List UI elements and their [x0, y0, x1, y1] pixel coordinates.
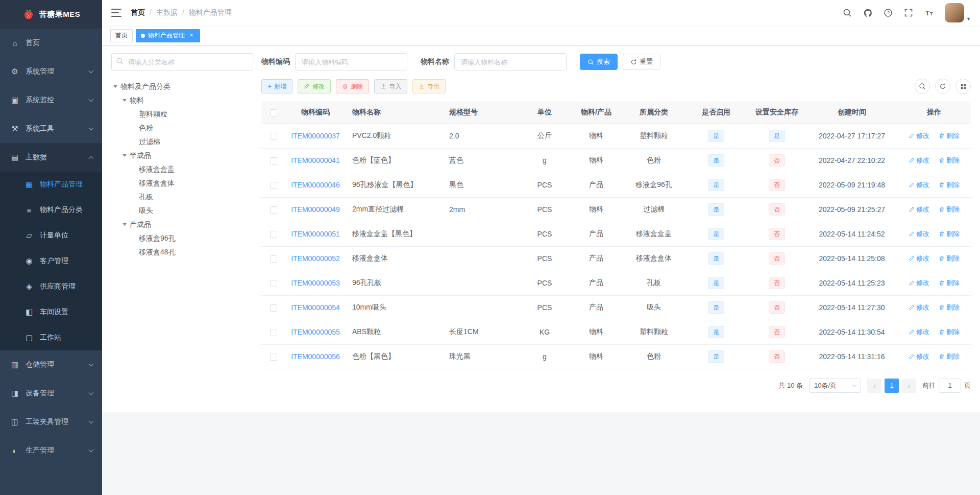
row-edit-button[interactable]: 修改 [909, 180, 929, 190]
sidebar-item[interactable]: ⚒ 系统工具 [0, 114, 102, 143]
row-delete-button[interactable]: 删除 [939, 131, 960, 140]
row-delete-button[interactable]: 删除 [939, 352, 960, 361]
row-delete-button[interactable]: 删除 [939, 156, 960, 165]
tree-node[interactable]: 色粉 [111, 121, 253, 135]
edit-button[interactable]: 修改 [298, 79, 331, 93]
row-edit-button[interactable]: 修改 [909, 205, 929, 214]
delete-button[interactable]: 删除 [336, 79, 369, 93]
prev-page-button[interactable] [867, 379, 881, 393]
tree-node[interactable]: 移液盒48孔 [111, 245, 253, 259]
item-code-link[interactable]: ITEM00000037 [291, 132, 340, 140]
tree-node[interactable]: 塑料颗粒 [111, 107, 253, 121]
sidebar-item[interactable]: ▣ 系统监控 [0, 86, 102, 114]
page-number-button[interactable]: 1 [885, 379, 899, 393]
row-delete-button[interactable]: 删除 [939, 303, 960, 312]
reset-button[interactable]: 重置 [623, 54, 660, 70]
row-checkbox[interactable] [270, 280, 277, 287]
breadcrumb-item[interactable]: 首页 [131, 8, 156, 17]
sidebar-item[interactable]: ◐ 生产管理 [0, 436, 102, 465]
tree-node[interactable]: 半成品 [111, 149, 253, 162]
item-code-link[interactable]: ITEM00000051 [291, 230, 340, 238]
tree-node[interactable]: 孔板 [111, 190, 253, 204]
add-button[interactable]: 新增 [261, 79, 292, 93]
material-name-input[interactable] [454, 53, 567, 70]
import-button[interactable]: 导入 [374, 79, 407, 93]
sidebar-item[interactable]: ▱ 计量单位 [0, 223, 102, 248]
row-edit-button[interactable]: 修改 [909, 278, 929, 288]
tree-node[interactable]: 过滤棉 [111, 135, 253, 149]
next-page-button[interactable] [902, 379, 916, 393]
sidebar-item[interactable]: ≡ 物料产品分类 [0, 197, 102, 223]
github-link-button[interactable] [861, 6, 874, 19]
material-code-input[interactable] [295, 53, 407, 70]
row-delete-button[interactable]: 删除 [939, 180, 960, 190]
breadcrumb-item[interactable]: 主数据 [156, 8, 189, 17]
export-button[interactable]: 导出 [412, 79, 446, 93]
row-delete-button[interactable]: 删除 [939, 254, 960, 263]
navbar-search-button[interactable] [841, 6, 854, 19]
search-button[interactable]: 搜索 [580, 54, 618, 70]
sidebar-item[interactable]: ◧ 车间设置 [0, 299, 102, 325]
row-delete-button[interactable]: 删除 [939, 205, 960, 214]
sidebar-item[interactable]: ⌂ 首页 [0, 29, 102, 57]
avatar[interactable] [945, 3, 964, 22]
font-size-button[interactable]: TT [922, 6, 936, 19]
toggle-search-button[interactable] [915, 79, 930, 94]
row-checkbox[interactable] [270, 329, 277, 336]
row-edit-button[interactable]: 修改 [909, 254, 929, 263]
goto-page-input[interactable] [939, 379, 961, 393]
item-code-link[interactable]: ITEM00000056 [291, 352, 340, 361]
view-tab[interactable]: 首页 [110, 29, 133, 42]
item-code-link[interactable]: ITEM00000055 [291, 328, 340, 336]
row-checkbox[interactable] [270, 231, 277, 238]
refresh-button[interactable] [935, 79, 950, 94]
page-size-select[interactable]: 10条/页 [809, 379, 861, 393]
tree-node[interactable]: 移液盒96孔 [111, 231, 253, 245]
view-tab[interactable]: 物料产品管理 [136, 29, 200, 42]
sidebar-item[interactable]: ▥ 仓储管理 [0, 350, 102, 379]
category-search-input[interactable] [111, 53, 253, 70]
user-menu[interactable]: ▼ [945, 3, 971, 22]
tree-node[interactable]: 吸头 [111, 204, 253, 218]
row-edit-button[interactable]: 修改 [909, 327, 929, 337]
item-code-link[interactable]: ITEM00000054 [291, 303, 340, 312]
row-checkbox[interactable] [270, 133, 277, 140]
sidebar-item[interactable]: ⚙ 系统管理 [0, 57, 102, 86]
row-edit-button[interactable]: 修改 [909, 352, 929, 361]
tree-node[interactable]: 移液盒盒盖 [111, 162, 253, 176]
row-delete-button[interactable]: 删除 [939, 229, 960, 239]
sidebar-item[interactable]: ◈ 供应商管理 [0, 274, 102, 299]
sidebar-toggle-icon[interactable] [111, 9, 121, 17]
row-delete-button[interactable]: 删除 [939, 278, 960, 288]
tab-close-icon[interactable] [188, 32, 195, 39]
sidebar-item[interactable]: ◨ 设备管理 [0, 379, 102, 408]
row-checkbox[interactable] [270, 353, 277, 361]
row-checkbox[interactable] [270, 206, 277, 214]
help-button[interactable]: ? [881, 6, 895, 19]
sidebar-item[interactable]: ◫ 工装夹具管理 [0, 408, 102, 436]
sidebar-item[interactable]: ▢ 工作站 [0, 325, 102, 350]
item-code-link[interactable]: ITEM00000049 [291, 205, 340, 214]
row-edit-button[interactable]: 修改 [909, 156, 929, 165]
row-delete-button[interactable]: 删除 [939, 327, 960, 337]
row-edit-button[interactable]: 修改 [909, 229, 929, 239]
item-code-link[interactable]: ITEM00000052 [291, 254, 340, 263]
sidebar-logo[interactable]: 苦糖果MES [0, 0, 102, 29]
fullscreen-button[interactable] [902, 6, 915, 19]
row-checkbox[interactable] [270, 304, 277, 312]
sidebar-item[interactable]: ▦ 物料产品管理 [0, 172, 102, 197]
sidebar-item[interactable]: ◉ 客户管理 [0, 248, 102, 274]
columns-toggle-button[interactable] [955, 79, 971, 94]
tree-node[interactable]: 产成品 [111, 218, 253, 231]
sidebar-item[interactable]: ▤ 主数据 [0, 143, 102, 172]
tree-node[interactable]: 物料及产品分类 [111, 80, 253, 93]
row-edit-button[interactable]: 修改 [909, 303, 929, 312]
item-code-link[interactable]: ITEM00000046 [291, 181, 340, 189]
tree-node[interactable]: 物料 [111, 93, 253, 107]
select-all-checkbox[interactable] [270, 109, 277, 116]
item-code-link[interactable]: ITEM00000041 [291, 156, 340, 164]
row-checkbox[interactable] [270, 157, 277, 164]
row-checkbox[interactable] [270, 255, 277, 263]
tree-node[interactable]: 移液盒盒体 [111, 176, 253, 190]
item-code-link[interactable]: ITEM00000053 [291, 279, 340, 287]
